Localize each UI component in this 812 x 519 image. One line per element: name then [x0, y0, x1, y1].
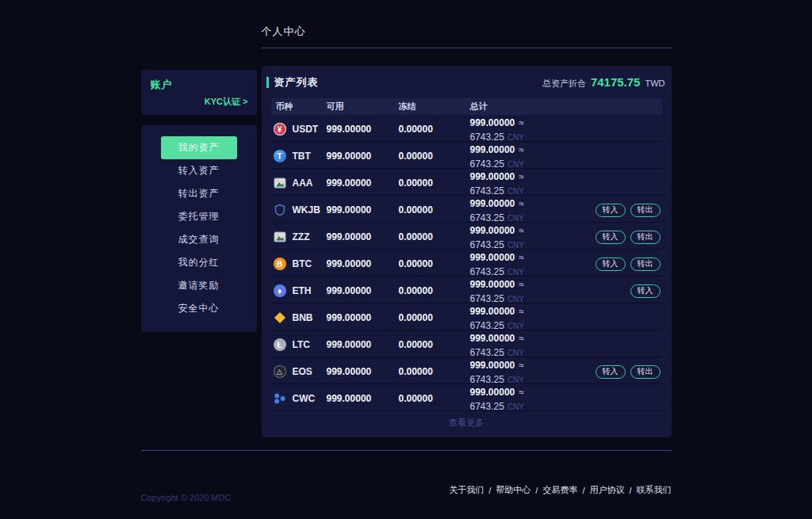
eos-coin-icon: △ — [274, 365, 286, 378]
frozen-amount: 0.00000 — [399, 393, 470, 404]
asset-row-aaa: AAA999.000000.00000999.00000≈ 6743.25CNY — [271, 169, 662, 196]
coin-symbol: LTC — [293, 339, 310, 350]
approx-currency: CNY — [508, 295, 524, 303]
coin-cell: WKJB — [271, 204, 327, 216]
sidebar-item-2[interactable]: 转入资产 — [161, 159, 237, 182]
actions-cell: 转入转出 — [557, 231, 662, 244]
coin-cell: ♦ETH — [271, 284, 327, 297]
actions-cell: 转入转出 — [557, 258, 662, 271]
footer-link-5[interactable]: 联系我们 — [637, 484, 672, 496]
approx-currency: CNY — [508, 349, 524, 357]
total-amount-cell: 999.00000≈ 6743.25CNY — [470, 250, 557, 278]
title-accent-bar — [266, 77, 269, 88]
asset-row-eth: ♦ETH999.000000.00000999.00000≈ 6743.25CN… — [271, 277, 662, 303]
total-amount-cell: 999.00000≈ 6743.25CNY — [470, 384, 557, 413]
sidebar-item-label: 我的分红 — [178, 256, 220, 269]
total-amount: 999.00000 — [470, 252, 515, 263]
footer-links: 关于我们/帮助中心/交易费率/用户协议/联系我们 — [449, 484, 671, 496]
coin-cell: AAA — [271, 177, 327, 189]
assets-panel: 资产列表 总资产折合 74175.75 TWD 币种 可用 冻结 总计 ¥USD… — [262, 66, 672, 437]
sidebar-item-label: 成交查询 — [178, 233, 220, 246]
sidebar-item-1[interactable]: 我的资产 — [161, 136, 237, 159]
sidebar-item-label: 委托管理 — [178, 210, 220, 223]
frozen-amount: 0.00000 — [399, 312, 470, 323]
frozen-amount: 0.00000 — [399, 231, 470, 242]
total-assets-label: 总资产折合 — [542, 78, 586, 90]
asset-row-tbt: TTBT999.000000.00000999.00000≈ 6743.25CN… — [271, 142, 662, 169]
available-amount: 999.00000 — [327, 339, 399, 350]
footer-link-4[interactable]: 用户协议 — [589, 484, 624, 496]
approx-currency: CNY — [508, 322, 524, 330]
sidebar-item-3[interactable]: 转出资产 — [161, 182, 237, 205]
view-more-link[interactable]: 查看更多 — [271, 411, 662, 434]
footer-link-2[interactable]: 帮助中心 — [496, 484, 530, 496]
footer: Copyright © 2020 MDC 关于我们/帮助中心/交易费率/用户协议… — [141, 484, 672, 496]
footer-link-3[interactable]: 交易费率 — [542, 484, 577, 496]
page-header: 个人中心 — [262, 0, 672, 48]
coin-cell: ZZZ — [271, 231, 327, 243]
bnb-coin-icon — [274, 311, 286, 324]
total-amount-cell: 999.00000≈ 6743.25CNY — [470, 223, 557, 251]
assets-panel-header: 资产列表 总资产折合 74175.75 TWD — [262, 66, 672, 98]
total-amount: 999.00000 — [470, 171, 515, 182]
asset-row-zzz: ZZZ999.000000.00000999.00000≈ 6743.25CNY… — [271, 223, 662, 250]
account-title: 账户 — [151, 78, 247, 92]
actions-cell: 转入 — [557, 284, 662, 298]
sidebar-item-4[interactable]: 委托管理 — [161, 205, 237, 228]
account-card: 账户 KYC认证 > — [141, 70, 257, 115]
asset-row-wkjb: WKJB999.000000.00000999.00000≈ 6743.25CN… — [271, 196, 662, 223]
transfer-out-button[interactable]: 转出 — [630, 258, 661, 271]
approx-currency: CNY — [508, 187, 524, 196]
total-amount-cell: 999.00000≈ 6743.25CNY — [470, 330, 557, 359]
page: 个人中心 账户 KYC认证 > 我的资产转入资产转出资产委托管理成交查询我的分红… — [141, 0, 672, 496]
sidebar: 账户 KYC认证 > 我的资产转入资产转出资产委托管理成交查询我的分红邀请奖励安… — [141, 70, 257, 437]
total-amount-cell: 999.00000≈ 6743.25CNY — [470, 357, 557, 386]
transfer-out-button[interactable]: 转出 — [630, 204, 661, 217]
sidebar-item-5[interactable]: 成交查询 — [161, 228, 237, 251]
kyc-verification-link[interactable]: KYC认证 > — [205, 96, 248, 108]
frozen-amount: 0.00000 — [399, 177, 470, 189]
frozen-amount: 0.00000 — [399, 258, 470, 269]
page-title: 个人中心 — [262, 25, 672, 39]
zzz-coin-icon — [274, 231, 286, 243]
actions-cell: 转入转出 — [557, 204, 662, 217]
total-assets-value: 74175.75 — [591, 75, 641, 89]
copyright-text: Copyright © 2020 MDC — [141, 493, 232, 502]
asset-row-usdt: ¥USDT999.000000.00000999.00000≈ 6743.25C… — [271, 115, 662, 142]
total-amount-cell: 999.00000≈ 6743.25CNY — [470, 142, 557, 170]
coin-symbol: ZZZ — [293, 231, 310, 242]
total-amount-cell: 999.00000≈ 6743.25CNY — [470, 169, 557, 197]
assets-table: 币种 可用 冻结 总计 ¥USDT999.000000.00000999.000… — [271, 98, 662, 434]
coin-symbol: TBT — [293, 151, 311, 162]
sidebar-item-8[interactable]: 安全中心 — [161, 297, 237, 320]
approx-currency: CNY — [508, 214, 524, 223]
coin-symbol: BNB — [293, 312, 313, 323]
asset-row-btc: BBTC999.000000.00000999.00000≈ 6743.25CN… — [271, 250, 662, 277]
transfer-in-button[interactable]: 转入 — [596, 365, 626, 379]
coin-cell: CWC — [271, 392, 327, 405]
transfer-in-button[interactable]: 转入 — [596, 258, 626, 271]
approx-currency: CNY — [508, 241, 524, 250]
assets-table-header: 币种 可用 冻结 总计 — [271, 98, 662, 115]
total-amount: 999.00000 — [470, 144, 515, 155]
footer-link-1[interactable]: 关于我们 — [449, 484, 484, 496]
column-header-total: 总计 — [470, 101, 557, 113]
sidebar-item-7[interactable]: 邀请奖励 — [161, 274, 237, 297]
frozen-amount: 0.00000 — [399, 366, 470, 377]
total-amount: 999.00000 — [470, 306, 515, 317]
footer-divider — [141, 450, 672, 451]
frozen-amount: 0.00000 — [399, 151, 470, 162]
available-amount: 999.00000 — [327, 204, 399, 216]
aaa-coin-icon — [274, 177, 286, 189]
transfer-in-button[interactable]: 转入 — [596, 231, 626, 244]
approx-currency: CNY — [508, 160, 524, 169]
transfer-out-button[interactable]: 转出 — [630, 365, 661, 379]
transfer-out-button[interactable]: 转出 — [630, 231, 661, 244]
transfer-in-button[interactable]: 转入 — [630, 284, 661, 298]
coin-cell: △EOS — [271, 365, 327, 378]
asset-row-eos: △EOS999.000000.00000999.00000≈ 6743.25CN… — [271, 357, 662, 384]
transfer-in-button[interactable]: 转入 — [596, 204, 626, 217]
sidebar-item-6[interactable]: 我的分红 — [161, 251, 237, 274]
coin-symbol: WKJB — [293, 204, 320, 216]
total-amount: 999.00000 — [470, 225, 515, 236]
